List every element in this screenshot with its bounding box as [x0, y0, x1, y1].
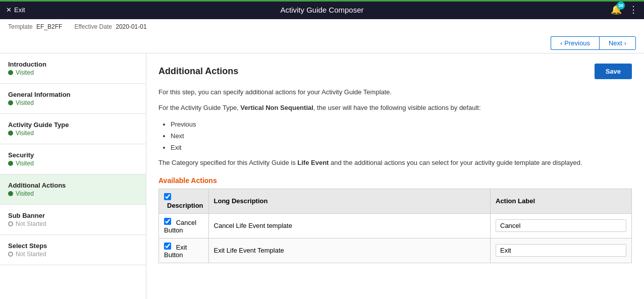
row1-action-label-input[interactable]: [496, 219, 626, 232]
next-button[interactable]: Next ›: [599, 36, 636, 50]
sidebar-item-select-steps-title: Select Steps: [8, 242, 138, 250]
exit-icon: ✕: [6, 6, 12, 14]
description-3: The Category specified for this Activity…: [158, 158, 632, 168]
sidebar-item-activity-guide-type-title: Activity Guide Type: [8, 121, 138, 129]
row2-check-desc: Exit Button: [159, 238, 209, 263]
next-chevron-icon: ›: [624, 39, 626, 47]
sidebar-item-introduction-title: Introduction: [8, 61, 138, 68]
row1-long-description: Cancel Life Event template: [208, 213, 490, 238]
status-dot-security: [8, 161, 13, 166]
sidebar: Introduction Visited General Information…: [0, 53, 146, 299]
top-bar-actions: 🔔 39 ⋮: [611, 4, 638, 15]
prev-chevron-icon: ‹: [560, 39, 562, 47]
sidebar-item-sub-banner[interactable]: Sub Banner Not Started: [0, 205, 146, 235]
template-label: Template: [8, 23, 33, 30]
status-text-select-steps: Not Started: [16, 251, 46, 258]
exit-button[interactable]: ✕ Exit: [6, 6, 25, 14]
th-action-label: Action Label: [491, 189, 632, 213]
sidebar-item-additional-actions-title: Additional Actions: [8, 182, 138, 189]
table-body: Cancel Button Cancel Life Event template…: [159, 213, 632, 263]
description-3-pre: The Category specified for this Activity…: [158, 159, 297, 166]
sidebar-item-activity-guide-type-status: Visited: [8, 130, 138, 137]
exit-label: Exit: [14, 6, 25, 14]
sidebar-item-select-steps-status: Not Started: [8, 251, 138, 258]
sidebar-item-general-information-title: General Information: [8, 91, 138, 98]
select-all-checkbox[interactable]: [164, 193, 171, 200]
effective-date-label: Effective Date: [74, 23, 112, 30]
sub-header-nav: ‹ Previous Next ›: [8, 33, 636, 53]
main-layout: Introduction Visited General Information…: [0, 53, 644, 299]
top-bar: ✕ Exit Activity Guide Composer 🔔 39 ⋮: [0, 0, 644, 19]
sidebar-item-introduction[interactable]: Introduction Visited: [0, 53, 146, 84]
available-actions-title: Available Actions: [158, 176, 632, 185]
default-action-exit: Exit: [171, 142, 632, 153]
description-2: For the Activity Guide Type, Vertical No…: [158, 103, 632, 113]
status-text-general-information: Visited: [16, 99, 34, 106]
table-row: Cancel Button Cancel Life Event template: [159, 213, 632, 238]
sidebar-item-sub-banner-status: Not Started: [8, 220, 138, 227]
content-title: Additional Actions: [158, 66, 238, 77]
content-area: Additional Actions Save For this step, y…: [146, 53, 644, 299]
sub-header-fields: Template EF_B2FF Effective Date 2020-01-…: [8, 23, 636, 33]
row1-action-label-cell: [491, 213, 632, 238]
sidebar-item-additional-actions-status: Visited: [8, 190, 138, 197]
app-title: Activity Guide Composer: [280, 6, 363, 14]
table-head: Description Long Description Action Labe…: [159, 189, 632, 213]
row2-action-label-input[interactable]: [496, 244, 626, 257]
notification-bell[interactable]: 🔔 39: [611, 4, 622, 15]
sidebar-item-select-steps[interactable]: Select Steps Not Started: [0, 235, 146, 265]
status-text-security: Visited: [16, 160, 34, 167]
description-2-pre: For the Activity Guide Type,: [158, 104, 240, 111]
sidebar-item-security[interactable]: Security Visited: [0, 144, 146, 174]
status-text-additional-actions: Visited: [16, 190, 34, 197]
status-dot-general-information: [8, 100, 13, 105]
previous-label: Previous: [564, 39, 590, 47]
previous-button[interactable]: ‹ Previous: [551, 36, 599, 50]
default-action-previous: Previous: [171, 118, 632, 130]
category-bold: Life Event: [297, 159, 329, 166]
sidebar-item-sub-banner-title: Sub Banner: [8, 212, 138, 219]
th-long-description: Long Description: [208, 189, 490, 213]
template-field: Template EF_B2FF: [8, 23, 62, 30]
description-3-post: and the additional actions you can selec…: [329, 159, 582, 166]
row1-checkbox[interactable]: [164, 218, 171, 225]
default-actions-list: Previous Next Exit: [171, 118, 632, 154]
description-2-post: , the user will have the following visib…: [313, 104, 481, 111]
sidebar-item-general-information[interactable]: General Information Visited: [0, 84, 146, 114]
table-row: Exit Button Exit Life Event Template: [159, 238, 632, 263]
save-button[interactable]: Save: [595, 64, 632, 79]
status-dot-sub-banner: [8, 221, 13, 226]
table-header-row: Description Long Description Action Labe…: [159, 189, 632, 213]
row1-check-desc: Cancel Button: [159, 213, 209, 238]
status-dot-activity-guide-type: [8, 131, 13, 136]
effective-date-value: 2020-01-01: [116, 23, 146, 30]
guide-type-bold: Vertical Non Sequential: [240, 104, 313, 111]
status-dot-introduction: [8, 70, 13, 75]
sidebar-item-security-title: Security: [8, 151, 138, 159]
sub-header: Template EF_B2FF Effective Date 2020-01-…: [0, 19, 644, 53]
status-dot-select-steps: [8, 252, 13, 257]
row2-checkbox[interactable]: [164, 243, 171, 250]
th-checkbox: Description: [159, 189, 209, 213]
status-dot-additional-actions: [8, 191, 13, 196]
sidebar-item-introduction-status: Visited: [8, 69, 138, 76]
sidebar-item-activity-guide-type[interactable]: Activity Guide Type Visited: [0, 114, 146, 144]
th-description-label: Description: [167, 202, 203, 209]
template-value: EF_B2FF: [36, 23, 62, 30]
effective-date-field: Effective Date 2020-01-01: [74, 23, 146, 30]
content-header: Additional Actions Save: [158, 64, 632, 79]
next-label: Next: [609, 39, 622, 47]
status-text-introduction: Visited: [16, 69, 34, 76]
sidebar-item-security-status: Visited: [8, 160, 138, 167]
sidebar-item-general-information-status: Visited: [8, 99, 138, 106]
notification-badge: 39: [617, 2, 625, 10]
status-text-sub-banner: Not Started: [16, 220, 46, 227]
default-action-next: Next: [171, 130, 632, 142]
description-1: For this step, you can specify additiona…: [158, 87, 632, 98]
row2-long-description: Exit Life Event Template: [208, 238, 490, 263]
sidebar-item-additional-actions[interactable]: Additional Actions Visited: [0, 174, 146, 205]
status-text-activity-guide-type: Visited: [16, 130, 34, 137]
available-actions-table: Description Long Description Action Labe…: [158, 189, 632, 263]
more-options-icon[interactable]: ⋮: [629, 4, 638, 15]
row2-action-label-cell: [491, 238, 632, 263]
